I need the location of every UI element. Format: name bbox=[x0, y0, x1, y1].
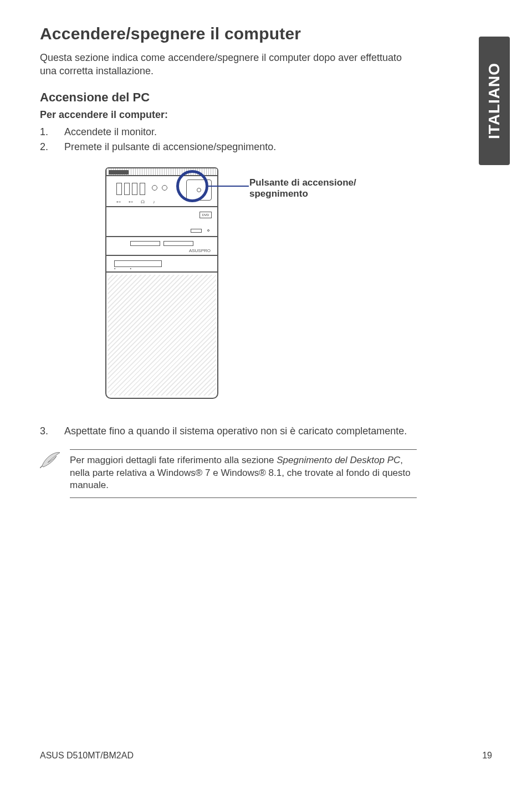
pinhole-icon bbox=[207, 229, 209, 232]
footer-model: ASUS D510MT/BM2AD bbox=[40, 751, 134, 761]
footer-page-number: 19 bbox=[482, 751, 492, 761]
step-number: 3. bbox=[40, 425, 64, 437]
page: ITALIANO Accendere/spegnere il computer … bbox=[0, 0, 532, 785]
step-row: 1. Accendete il monitor. bbox=[40, 126, 417, 138]
language-tab-label: ITALIANO bbox=[485, 63, 503, 139]
indicator-dots: • • bbox=[114, 266, 138, 270]
computer-case-illustration: ⊷ ⊷ ☊ ♪ DVD ASUSPRO • • bbox=[105, 167, 218, 399]
svg-line-0 bbox=[40, 466, 42, 468]
callout-label: Pulsante di accensione/ spegnimento bbox=[249, 177, 416, 200]
intro-paragraph: Questa sezione indica come accendere/spe… bbox=[40, 51, 417, 78]
note-text: Per maggiori dettagli fate riferimento a… bbox=[70, 449, 417, 499]
note-block: Per maggiori dettagli fate riferimento a… bbox=[40, 449, 417, 499]
brand-band: ASUSPRO bbox=[106, 237, 217, 256]
note-feather-icon bbox=[40, 449, 70, 470]
note-pre: Per maggiori dettagli fate riferimento a… bbox=[70, 455, 277, 465]
usb-port-icon bbox=[116, 183, 122, 195]
usb-port-icon bbox=[140, 183, 145, 195]
dvd-logo: DVD bbox=[200, 212, 212, 218]
content-lower: 3. Aspettate fino a quando il sistema op… bbox=[40, 425, 417, 499]
case-top-edge bbox=[106, 168, 217, 176]
step-number: 2. bbox=[40, 141, 64, 153]
front-grille bbox=[108, 275, 216, 396]
bay-slot-icon bbox=[130, 241, 160, 246]
step-row: 2. Premete il pulsante di accensione/spe… bbox=[40, 141, 417, 153]
optical-drive-bay: DVD bbox=[106, 207, 217, 237]
main-content: Accendere/spegnere il computer Questa se… bbox=[40, 24, 417, 153]
eject-button-icon bbox=[191, 229, 202, 233]
card-reader-band: • • bbox=[106, 256, 217, 273]
page-title: Accendere/spegnere il computer bbox=[40, 24, 417, 43]
power-button-icon bbox=[197, 188, 201, 192]
usb-ports bbox=[116, 183, 145, 195]
section-subheading: Per accendere il computer: bbox=[40, 109, 417, 121]
page-footer: ASUS D510MT/BM2AD 19 bbox=[40, 751, 492, 761]
computer-figure: ⊷ ⊷ ☊ ♪ DVD ASUSPRO • • Pulsante di acce… bbox=[105, 167, 416, 406]
audio-jack-icon bbox=[152, 185, 157, 191]
language-tab: ITALIANO bbox=[479, 37, 510, 165]
step-text: Aspettate fino a quando il sistema opera… bbox=[64, 425, 407, 437]
bay-slot-icon bbox=[163, 241, 193, 246]
step-number: 1. bbox=[40, 126, 64, 138]
io-glyph-row: ⊷ ⊷ ☊ ♪ bbox=[116, 199, 158, 204]
step-row: 3. Aspettate fino a quando il sistema op… bbox=[40, 425, 417, 437]
audio-jack-icon bbox=[162, 185, 167, 191]
power-button-area bbox=[186, 179, 212, 201]
step-text: Premete il pulsante di accensione/spegni… bbox=[64, 141, 276, 153]
brand-label: ASUSPRO bbox=[189, 248, 211, 253]
step-text: Accendete il monitor. bbox=[64, 126, 157, 138]
usb-port-icon bbox=[124, 183, 130, 195]
section-heading: Accensione del PC bbox=[40, 90, 417, 105]
usb-port-icon bbox=[132, 183, 137, 195]
note-italic: Spegnimento del Desktop PC bbox=[277, 455, 400, 465]
callout-leader-line bbox=[207, 186, 249, 187]
front-io-panel: ⊷ ⊷ ☊ ♪ bbox=[106, 176, 217, 207]
